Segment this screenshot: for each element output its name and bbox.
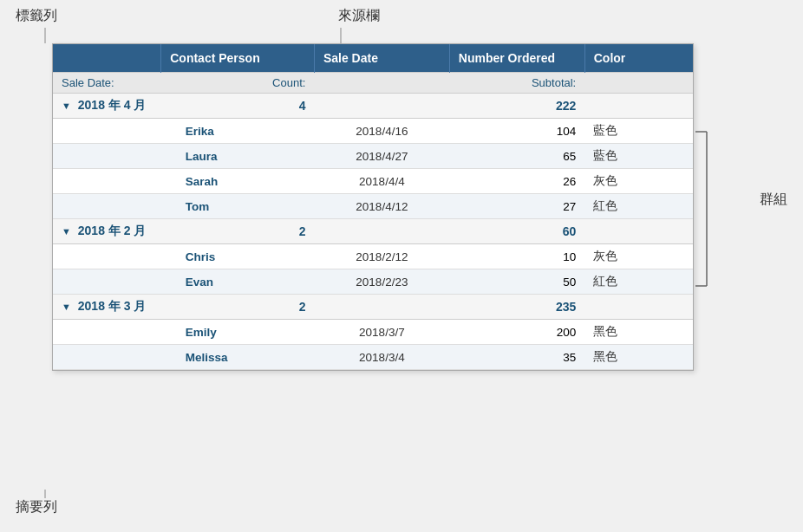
data-table: Contact Person Sale Date Number Ordered … [53,44,693,370]
collapse-triangle-1[interactable]: ▼ [62,226,71,237]
row-label-0-2 [53,169,161,194]
summary-count-label: Count: [161,73,315,94]
row-label-0-3 [53,194,161,219]
row-color-2-1: 黑色 [584,345,693,370]
group-subtotal-0: 222 [449,94,584,119]
row-color-0-2: 灰色 [584,169,693,194]
table-header-row: Contact Person Sale Date Number Ordered … [53,44,693,73]
row-number-2-1: 35 [449,345,584,370]
row-color-0-1: 藍色 [584,144,693,169]
row-name-2-0: Emily [161,320,315,345]
data-row-1-0: Chris 2018/2/12 10 灰色 [53,244,693,269]
row-color-1-1: 紅色 [584,269,693,295]
row-date-0-0: 2018/4/16 [314,119,449,144]
data-row-1-1: Evan 2018/2/23 50 紅色 [53,269,693,295]
row-number-0-0: 104 [449,119,584,144]
row-number-0-1: 65 [449,144,584,169]
row-label-2-0 [53,320,161,345]
row-color-0-0: 藍色 [584,119,693,144]
data-row-0-2: Sarah 2018/4/4 26 灰色 [53,169,693,194]
summary-row: Sale Date: Count: Subtotal: [53,73,693,94]
row-label-0-1 [53,144,161,169]
row-name-1-0: Chris [161,244,315,269]
row-number-0-2: 26 [449,169,584,194]
row-date-0-1: 2018/4/27 [314,144,449,169]
header-contact-person: Contact Person [161,44,315,73]
row-color-2-0: 黑色 [584,320,693,345]
page-container: 標籤列 來源欄 群組 摘要列 Contact Person Sale Date … [0,0,803,532]
group-color-empty-0 [584,94,693,119]
row-number-1-1: 50 [449,269,584,295]
group-color-empty-1 [584,219,693,244]
row-label-1-1 [53,269,161,295]
row-date-1-0: 2018/2/12 [314,244,449,269]
data-row-2-1: Melissa 2018/3/4 35 黑色 [53,345,693,370]
group-name-1: ▼ 2018 年 2 月 [53,219,161,244]
summary-label: Sale Date: [53,73,161,94]
row-name-0-3: Tom [161,194,315,219]
data-row-0-3: Tom 2018/4/12 27 紅色 [53,194,693,219]
row-color-0-3: 紅色 [584,194,693,219]
row-name-1-1: Evan [161,269,315,295]
collapse-triangle-0[interactable]: ▼ [62,101,71,111]
group-count-0: 4 [161,94,315,119]
row-color-1-0: 灰色 [584,244,693,269]
group-annotation: 群組 [760,191,787,209]
group-count-2: 2 [161,295,315,320]
row-date-0-3: 2018/4/12 [314,194,449,219]
group-row-1[interactable]: ▼ 2018 年 2 月 2 60 [53,219,693,244]
group-row-2[interactable]: ▼ 2018 年 3 月 2 235 [53,295,693,320]
pivot-table: Contact Person Sale Date Number Ordered … [52,43,694,371]
row-date-2-1: 2018/3/4 [314,345,449,370]
group-name-2: ▼ 2018 年 3 月 [53,295,161,320]
group-row-0[interactable]: ▼ 2018 年 4 月 4 222 [53,94,693,119]
data-row-0-0: Erika 2018/4/16 104 藍色 [53,119,693,144]
source-col-annotation: 來源欄 [338,7,380,25]
row-number-0-3: 27 [449,194,584,219]
summary-empty-date [314,73,449,94]
summary-empty-color [584,73,693,94]
row-name-0-0: Erika [161,119,315,144]
header-number-ordered: Number Ordered [449,44,584,73]
group-date-empty-1 [314,219,449,244]
row-name-2-1: Melissa [161,345,315,370]
header-sale-date: Sale Date [314,44,449,73]
summary-subtotal-label: Subtotal: [449,73,584,94]
group-subtotal-2: 235 [449,295,584,320]
row-date-1-1: 2018/2/23 [314,269,449,295]
row-name-0-2: Sarah [161,169,315,194]
group-subtotal-1: 60 [449,219,584,244]
row-number-1-0: 10 [449,244,584,269]
summary-row-annotation: 摘要列 [16,498,57,516]
header-label [53,44,161,73]
row-name-0-1: Laura [161,144,315,169]
data-row-2-0: Emily 2018/3/7 200 黑色 [53,320,693,345]
group-date-empty-2 [314,295,449,320]
group-date-empty-0 [314,94,449,119]
collapse-triangle-2[interactable]: ▼ [62,302,71,312]
row-date-0-2: 2018/4/4 [314,169,449,194]
group-name-0: ▼ 2018 年 4 月 [53,94,161,119]
row-number-2-0: 200 [449,320,584,345]
data-row-0-1: Laura 2018/4/27 65 藍色 [53,144,693,169]
group-count-1: 2 [161,219,315,244]
group-color-empty-2 [584,295,693,320]
row-label-0-0 [53,119,161,144]
row-label-2-1 [53,345,161,370]
row-date-2-0: 2018/3/7 [314,320,449,345]
header-color: Color [584,44,693,73]
label-row-annotation: 標籤列 [16,7,57,25]
row-label-1-0 [53,244,161,269]
